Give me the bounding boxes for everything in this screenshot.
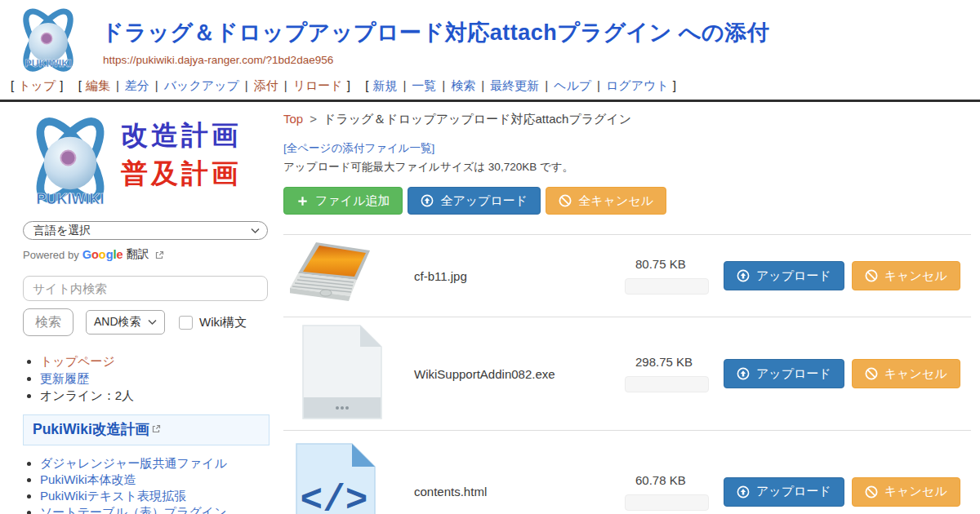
upload-button[interactable]: アップロード [724,261,844,290]
file-size: 80.75 KB [625,257,724,271]
chevron-down-icon [251,228,260,233]
page-title: ドラッグ＆ドロップアップロード対応attachプラグイン への添付 [101,18,769,47]
ban-circle-icon [865,367,878,380]
site-search-input[interactable] [23,276,268,301]
nav-link-top[interactable]: トップ [18,78,56,92]
nav-link-edit[interactable]: 編集 [86,78,110,92]
cancel-button[interactable]: キャンセル [852,477,960,507]
file-name: WikiSupportAddin082.exe [414,367,625,381]
page-header: PUKIWIKI ドラッグ＆ドロップアップロード対応attachプラグイン への… [0,0,980,100]
list-item: ダジャレンジャー版共通ファイル [40,456,282,472]
list-item: ソートテーブル（表）プラグイン [40,505,282,514]
all-attachments-link[interactable]: [全ページの添付ファイル一覧] [283,141,434,156]
sidebar-plugin-links: ダジャレンジャー版共通ファイル PukiWiki本体改造 PukiWikiテキス… [23,456,282,514]
main-content: Top>ドラッグ＆ドロップアップロード対応attachプラグイン [全ページの添… [282,102,980,514]
breadcrumb: Top>ドラッグ＆ドロップアップロード対応attachプラグイン [283,112,980,127]
file-size: 60.78 KB [625,473,724,487]
language-select-value: 言語を選択 [33,224,91,238]
cancel-button[interactable]: キャンセル [852,261,960,290]
upload-progress-bar [625,376,709,392]
page-url[interactable]: https://pukiwiki.dajya-ranger.com/?1bd2d… [103,54,333,66]
nav-link-diff[interactable]: 差分 [125,78,149,92]
ban-circle-icon [865,269,878,282]
ban-circle-icon [865,485,878,498]
ban-circle-icon [559,194,572,207]
search-mode-value: AND検索 [94,315,141,330]
search-button[interactable]: 検索 [23,308,74,336]
circle-arrow-up-icon [421,194,434,207]
google-translate-attribution: Powered by Google 翻訳 [23,247,282,262]
svg-text:</>: </> [301,480,368,514]
file-name: cf-b11.jpg [414,269,625,283]
breadcrumb-home-link[interactable]: Top [283,112,303,126]
wiki-syntax-checkbox[interactable] [179,316,193,330]
logo-text-kaizo: 改造計画 [121,122,242,148]
upload-progress-bar [625,494,709,511]
laptop-thumbnail [290,242,381,306]
chevron-down-icon [148,320,157,326]
list-item: PukiWiki本体改造 [40,472,282,488]
pukiwiki-logo[interactable]: PUKIWIKI [13,3,83,82]
file-row: WikiSupportAddin082.exe 298.75 KB アップロード… [283,317,971,430]
nav-link-new[interactable]: 新規 [372,78,397,92]
logo-text-fukyu: 普及計画 [121,160,242,187]
generic-file-icon [301,324,383,420]
upload-all-button[interactable]: 全アップロード [408,187,541,215]
max-upload-size-text: アップロード可能最大ファイルサイズは 30,720KB です。 [283,160,980,175]
language-select[interactable]: 言語を選択 [23,221,268,240]
translate-link[interactable]: 翻訳 [127,247,149,262]
list-item: PukiWikiテキスト表現拡張 [40,489,282,504]
external-link-icon [155,250,164,259]
svg-text:PUKIWIKI: PUKIWIKI [36,191,104,207]
circle-arrow-up-icon [737,485,750,498]
nav-link-backup[interactable]: バックアップ [164,78,239,92]
breadcrumb-current: ドラッグ＆ドロップアップロード対応attachプラグイン [323,112,631,126]
svg-text:PUKIWIKI: PUKIWIKI [24,58,71,69]
search-mode-select[interactable]: AND検索 [86,310,165,335]
atom-logo-icon: PUKIWIKI [13,3,83,78]
online-count: オンライン：2人 [40,388,282,404]
upload-button[interactable]: アップロード [724,477,844,507]
file-name: contents.html [414,485,625,498]
plus-icon [296,195,309,207]
nav-link-attach[interactable]: 添付 [254,78,278,92]
file-row: cf-b11.jpg 80.75 KB アップロード キャンセル [283,234,971,317]
sidebar: PUKIWIKI 改造計画 普及計画 言語を選択 Powered by Goog… [0,102,282,514]
upload-toolbar: ファイル追加 全アップロード 全キャンセル [283,187,980,215]
nav-link-list[interactable]: 一覧 [412,78,436,92]
file-size: 298.75 KB [625,355,724,369]
list-item: 更新履歴 [40,371,282,387]
sidebar-top-links: トップページ 更新履歴 オンライン：2人 [23,354,282,404]
nav-link-reload[interactable]: リロード [293,78,343,92]
sidebar-link-core-mod[interactable]: PukiWiki本体改造 [40,472,136,486]
nav-link-search[interactable]: 検索 [451,78,475,92]
sidebar-link-toppage[interactable]: トップページ [40,354,115,368]
upload-button[interactable]: アップロード [724,359,844,388]
list-item: トップページ [40,354,282,370]
external-link-icon [152,424,161,433]
pukiwiki-kaizo-link[interactable]: PukiWiki改造計画 [33,421,149,437]
sidebar-link-recent-changes[interactable]: 更新履歴 [40,371,89,385]
circle-arrow-up-icon [737,269,750,282]
nav-link-logout[interactable]: ログアウト [606,78,669,92]
upload-file-list: cf-b11.jpg 80.75 KB アップロード キャンセル [283,234,971,514]
nav-link-help[interactable]: ヘルプ [554,78,591,92]
upload-progress-bar [625,278,709,295]
google-logo: Google [82,248,123,261]
cancel-button[interactable]: キャンセル [852,359,960,388]
sidebar-link-sort-table[interactable]: ソートテーブル（表）プラグイン [40,505,227,514]
cancel-all-button[interactable]: 全キャンセル [546,187,666,215]
add-files-button[interactable]: ファイル追加 [283,187,403,215]
atom-logo-icon: PUKIWIKI [23,113,118,213]
sidebar-link-common-files[interactable]: ダジャレンジャー版共通ファイル [40,456,227,470]
nav-bar: [トップ] [編集|差分|バックアップ|添付|リロード] [新規|一覧|検索|最… [7,78,680,94]
wiki-syntax-label: Wiki構文 [199,315,247,330]
file-row: </> contents.html 60.78 KB アップロード キャンセル [283,430,971,514]
sidebar-link-text-ext[interactable]: PukiWikiテキスト表現拡張 [40,489,186,503]
pukiwiki-kaizo-banner[interactable]: PukiWiki改造計画 [23,414,270,445]
sidebar-logo[interactable]: PUKIWIKI 改造計画 普及計画 [23,113,282,213]
nav-link-recent[interactable]: 最終更新 [490,78,539,92]
html-code-file-icon: </> [295,442,376,514]
circle-arrow-up-icon [737,367,750,380]
